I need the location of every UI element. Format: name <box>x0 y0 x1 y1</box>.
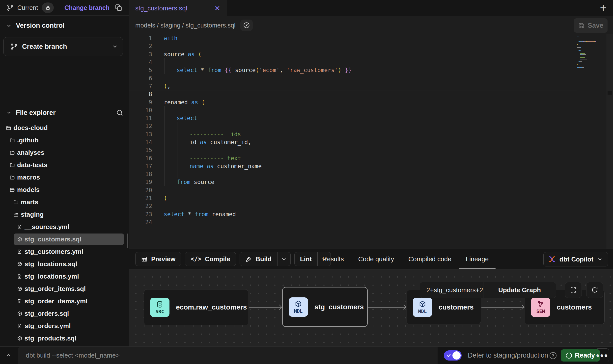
code-text: ---------- ids <box>190 131 241 137</box>
change-branch-link[interactable]: Change branch <box>64 4 110 11</box>
tree-item-stg-products-sql[interactable]: stg_products.sql <box>0 332 129 344</box>
lineage-edge <box>481 307 524 308</box>
tab-stg-customers[interactable]: stg_customers.sql ✕ <box>129 0 227 16</box>
build-dropdown[interactable] <box>278 252 290 266</box>
compile-button[interactable]: </> Compile <box>185 252 236 266</box>
folder-icon <box>10 150 15 155</box>
tree-item-stg-order-items-sql[interactable]: stg_order_items.sql <box>0 283 129 295</box>
tree-item-label: stg_products.sql <box>25 335 76 342</box>
code-line-3[interactable]: 3source as ( <box>129 50 613 58</box>
tree-item-label: stg_orders.sql <box>25 310 69 317</box>
code-line-12[interactable]: 12 <box>129 122 613 130</box>
command-input[interactable]: dbt build --select <model_name> <box>18 347 438 364</box>
tree-item-data-tests[interactable]: data-tests <box>0 159 129 171</box>
line-number: 23 <box>129 211 152 217</box>
tree-item-stg-orders-yml[interactable]: stg_orders.yml <box>0 320 129 332</box>
code-line-24[interactable]: 24 <box>129 218 613 226</box>
code-line-9[interactable]: 9renamed as ( <box>129 98 613 106</box>
line-number: 5 <box>129 67 152 73</box>
code-text: select * from renamed <box>164 211 236 217</box>
tree-item-stg-locations-yml[interactable]: stg_locations.yml <box>0 270 129 283</box>
code-line-19[interactable]: 19from source <box>129 178 613 186</box>
close-icon[interactable]: ✕ <box>215 4 220 12</box>
code-text: select * from {{ source('ecom', 'raw_cus… <box>177 67 352 73</box>
line-number: 3 <box>129 51 152 57</box>
more-options-button[interactable]: ●●● <box>595 348 609 362</box>
ready-status-button[interactable]: Ready <box>561 349 600 362</box>
tree-item-stg-customers-sql[interactable]: stg_customers.sql <box>0 233 129 245</box>
minimap[interactable] <box>577 36 596 70</box>
save-button[interactable]: Save <box>574 18 608 33</box>
refresh-button[interactable] <box>586 282 603 298</box>
code-editor[interactable]: 1with23source as (45select * from {{ sou… <box>129 34 613 249</box>
code-line-18[interactable]: 18 <box>129 170 613 178</box>
code-line-21[interactable]: 21) <box>129 194 613 202</box>
tree-item-stg-customers-yml[interactable]: stg_customers.yml <box>0 245 129 258</box>
code-line-15[interactable]: 15 <box>129 146 613 154</box>
help-icon[interactable]: ? <box>550 352 557 359</box>
update-graph-button[interactable]: Update Graph <box>483 282 556 298</box>
code-line-16[interactable]: 16---------- text <box>129 154 613 162</box>
lineage-node-source[interactable]: SRC ecom.raw_customers <box>144 289 248 325</box>
fullscreen-button[interactable] <box>565 282 582 298</box>
current-branch-label: Current <box>17 4 38 11</box>
defer-label: Defer to staging/production <box>468 347 548 364</box>
version-control-header[interactable]: Version control <box>6 22 65 29</box>
line-number: 17 <box>129 163 152 169</box>
line-number: 4 <box>129 59 152 65</box>
tree-item--github[interactable]: .github <box>0 134 129 146</box>
code-text: ) <box>164 195 167 201</box>
tree-item-staging[interactable]: staging <box>0 208 129 221</box>
lineage-node-stg-customers[interactable]: MDL stg_customers <box>282 287 368 327</box>
code-line-5[interactable]: 5select * from {{ source('ecom', 'raw_cu… <box>129 66 613 74</box>
file-explorer-header[interactable]: File explorer <box>6 106 123 119</box>
code-line-6[interactable]: 6 <box>129 74 613 82</box>
tree-item-models[interactable]: models <box>0 183 129 196</box>
code-line-17[interactable]: 17name as customer_name <box>129 162 613 170</box>
new-tab-button[interactable]: + <box>600 2 607 13</box>
tree-item-stg-order-items-yml[interactable]: stg_order_items.yml <box>0 295 129 307</box>
code-line-20[interactable]: 20 <box>129 186 613 194</box>
tree-item-macros[interactable]: macros <box>0 171 129 183</box>
build-button[interactable]: Build <box>240 252 291 266</box>
search-icon[interactable] <box>116 109 123 116</box>
lineage-edge <box>249 307 281 308</box>
tree-item-marts[interactable]: marts <box>0 196 129 208</box>
editor-scrollbar[interactable] <box>607 34 613 249</box>
defer-toggle[interactable] <box>444 350 462 361</box>
tab-results[interactable]: Results <box>321 249 345 269</box>
preview-button[interactable]: Preview <box>135 252 181 266</box>
expand-command-bar-button[interactable] <box>0 347 17 364</box>
lineage-selector-input[interactable]: 2+stg_customers+2 <box>420 282 483 298</box>
create-branch-button[interactable]: Create branch <box>3 37 123 56</box>
code-line-22[interactable]: 22 <box>129 202 613 210</box>
tree-item--sources-yml[interactable]: __sources.yml <box>0 221 129 233</box>
line-number: 6 <box>129 75 152 81</box>
code-line-11[interactable]: 11select <box>129 114 613 122</box>
tree-item-analyses[interactable]: analyses <box>0 146 129 159</box>
code-line-4[interactable]: 4 <box>129 58 613 66</box>
dbt-copilot-button[interactable]: dbt Copilot <box>543 252 608 266</box>
sidebar-scrollbar[interactable] <box>127 234 128 248</box>
tab-compiled-code[interactable]: Compiled code <box>407 249 452 269</box>
line-number: 24 <box>129 219 152 225</box>
code-line-2[interactable]: 2 <box>129 42 613 50</box>
tab-code-quality[interactable]: Code quality <box>357 249 395 269</box>
code-line-23[interactable]: 23select * from renamed <box>129 210 613 218</box>
code-line-1[interactable]: 1with <box>129 34 613 42</box>
code-line-10[interactable]: 10 <box>129 106 613 114</box>
code-line-14[interactable]: 14id as customer_id, <box>129 138 613 146</box>
tab-lineage[interactable]: Lineage <box>465 249 490 269</box>
breadcrumb: models / staging / stg_customers.sql <box>135 22 235 29</box>
file-actions-button[interactable] <box>240 20 253 31</box>
tree-item-stg-locations-sql[interactable]: stg_locations.sql <box>0 258 129 270</box>
code-line-13[interactable]: 13---------- ids <box>129 130 613 138</box>
file-model-icon <box>17 237 22 242</box>
tree-item-label: data-tests <box>17 161 48 169</box>
tree-item-stg-orders-sql[interactable]: stg_orders.sql <box>0 307 129 320</box>
tree-item-docs-cloud[interactable]: docs-cloud <box>0 122 129 134</box>
breadcrumb-bar: models / staging / stg_customers.sql <box>129 16 613 34</box>
code-line-7[interactable]: 7), <box>129 82 613 90</box>
copy-icon[interactable] <box>115 4 122 11</box>
create-branch-dropdown[interactable] <box>107 37 123 56</box>
